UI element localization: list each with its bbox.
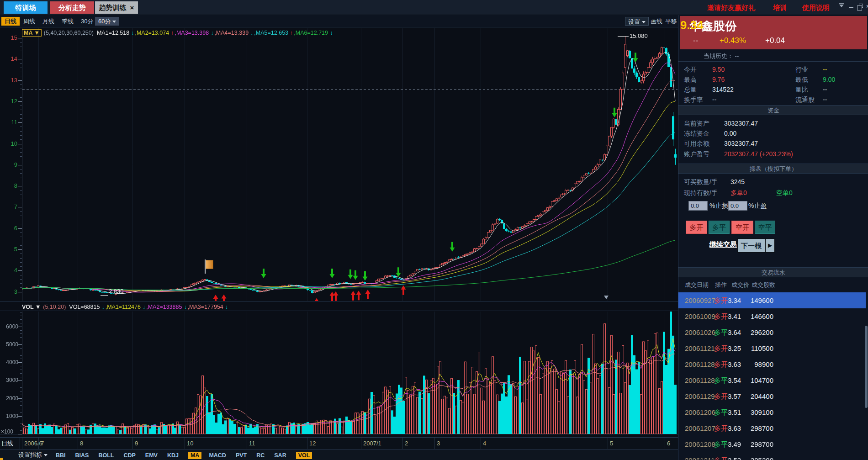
next-bar-arrow-button[interactable]: ▶ xyxy=(765,238,775,253)
help-link[interactable]: 使用说明 xyxy=(802,4,830,12)
price-axis-label: 10 xyxy=(2,140,17,147)
quote-grid: 今开9.50最高9.76总量314522换手率--行业--最低9.00量比--流… xyxy=(678,61,868,105)
take-profit-input[interactable] xyxy=(728,201,747,211)
month-axis-label: 2 xyxy=(402,438,408,449)
flow-date: 20061211 xyxy=(685,452,715,460)
next-bar-button[interactable]: 下一根 xyxy=(737,238,765,253)
table-row[interactable]: 20061208多平3.49298700 xyxy=(678,436,866,452)
stop-loss-input[interactable] xyxy=(688,201,708,211)
table-row[interactable]: 20061009多开3.41146600 xyxy=(678,308,866,324)
low-price-annotation: 2.830 xyxy=(109,288,124,295)
indicator-settings-button[interactable]: 设置指标 xyxy=(18,451,48,459)
table-row[interactable]: 20061206多平3.51309100 xyxy=(678,404,866,420)
indicator-item-pvt[interactable]: PVT xyxy=(236,452,247,459)
chevron-down-icon xyxy=(44,454,48,456)
flow-shares: 298700 xyxy=(746,420,773,436)
flow-price: 3.25 xyxy=(728,340,741,356)
close-long-button[interactable]: 多平 xyxy=(709,221,730,234)
month-axis-label: 11 xyxy=(247,438,255,449)
menu-dropdown-arrow-icon[interactable] xyxy=(839,5,844,7)
date-axis[interactable]: 日线 2006/67891011122007/123456 xyxy=(0,437,678,449)
flow-operation: 多平 xyxy=(714,404,728,420)
quote-label: 总量 xyxy=(684,85,697,95)
month-axis-label: 12 xyxy=(307,438,316,449)
table-row[interactable]: 20061207多开3.63298700 xyxy=(678,420,866,436)
indicator-name-box[interactable]: MA ▼ xyxy=(22,29,42,37)
indicator-item-bbi[interactable]: BBI xyxy=(56,452,66,459)
open-long-button[interactable]: 多开 xyxy=(686,221,707,234)
flow-shares: 146600 xyxy=(746,308,773,324)
minimize-icon[interactable] xyxy=(849,7,853,8)
indicator-item-bias[interactable]: BIAS xyxy=(75,452,89,459)
indicator-item-kdj[interactable]: KDJ xyxy=(167,452,179,459)
table-row[interactable]: 20060927多开3.34149600 xyxy=(678,292,866,308)
trend-up-icon: ↑ xyxy=(171,30,174,36)
close-window-icon[interactable]: × xyxy=(866,3,868,10)
quote-label: 行业 xyxy=(795,64,808,74)
quote-value: -- xyxy=(823,64,827,74)
open-short-button[interactable]: 空开 xyxy=(731,221,753,234)
training-link[interactable]: 培训 xyxy=(773,4,787,12)
corner-accent xyxy=(0,458,3,460)
flow-price: 3.34 xyxy=(728,292,741,308)
flow-operation: 多平 xyxy=(714,324,728,340)
indicator-item-emv[interactable]: EMV xyxy=(145,452,158,459)
flow-date: 20061128 xyxy=(685,356,715,372)
vol-indicator-legend[interactable]: VOL ▼(5,10,20)VOL=68815↓,MA1=112476↓,MA2… xyxy=(22,303,229,311)
flow-operation: 多平 xyxy=(714,436,728,452)
funds-value: 3032307.47 xyxy=(724,118,758,128)
restore-window-icon[interactable] xyxy=(859,4,863,8)
funds-value: 0.00 xyxy=(724,128,736,138)
indicator-item-macd[interactable]: MACD xyxy=(209,452,226,459)
quote-value: 9.76 xyxy=(712,74,725,85)
month-axis-label: 4 xyxy=(481,438,486,449)
indicator-item-sar[interactable]: SAR xyxy=(274,452,286,459)
quote-value: -- xyxy=(712,95,716,105)
indicator-item-vol[interactable]: VOL xyxy=(296,452,312,459)
flow-header-shares: 成交股数 xyxy=(752,280,775,290)
quote-label: 最高 xyxy=(684,74,697,85)
indicator-item-cdp[interactable]: CDP xyxy=(123,452,135,459)
indicator-name-box[interactable]: VOL ▼ xyxy=(22,304,41,310)
flow-price: 3.57 xyxy=(728,388,741,404)
flow-price: 3.63 xyxy=(728,356,741,372)
invite-friends-link[interactable]: 邀请好友赢好礼 xyxy=(707,4,755,12)
table-row[interactable]: 20061128多平3.54104700 xyxy=(678,372,866,388)
flow-date: 20061121 xyxy=(685,340,715,356)
price-axis-label: 11 xyxy=(2,119,17,126)
flow-date: 20060927 xyxy=(685,292,715,308)
table-row[interactable]: 20061129多开3.57204400 xyxy=(678,388,866,404)
history-row: 当期历史： -- xyxy=(678,51,868,61)
volume-axis-label: 2000 xyxy=(0,395,18,402)
indicator-item-rc[interactable]: RC xyxy=(256,452,265,459)
flow-price: 3.41 xyxy=(728,308,741,324)
indicator-item-ma[interactable]: MA xyxy=(188,452,201,459)
price-volume-chart[interactable] xyxy=(0,0,678,460)
legend-ma-value: ,MA5=12.653 xyxy=(254,30,288,36)
volume-axis-unit: ×100 xyxy=(1,428,15,435)
table-scrollbar[interactable] xyxy=(865,326,868,408)
legend-ma-value: ,MA3=13.398 xyxy=(175,30,209,36)
legend-ma-value: VOL=68815 xyxy=(69,304,100,310)
flow-price: 3.49 xyxy=(728,436,741,452)
trend-down-icon: ↓ xyxy=(211,30,213,36)
quote-label: 换手率 xyxy=(684,95,703,105)
table-row[interactable]: 20061026多平3.64296200 xyxy=(678,324,866,340)
buyable-value: 3245 xyxy=(730,177,745,187)
table-row[interactable]: 20061128多开3.6398900 xyxy=(678,356,866,372)
price-axis-label: 15 xyxy=(2,34,17,41)
continue-trading-link[interactable]: 继续交易 xyxy=(709,240,737,249)
price-axis-label: 14 xyxy=(2,55,17,62)
month-axis-label: 7 xyxy=(38,438,44,449)
month-axis-label: 2007/1 xyxy=(361,438,381,449)
funds-value: 2032307.47 (+203.23%) xyxy=(724,149,793,159)
indicator-item-boll[interactable]: BOLL xyxy=(98,452,114,459)
table-row[interactable]: 20061121多开3.25110500 xyxy=(678,340,866,356)
menu-dropdown-icon[interactable] xyxy=(839,3,844,4)
indicator-toolbar: 设置指标 BBIBIASBOLLCDPEMVKDJMAMACDPVTRCSARV… xyxy=(0,450,678,460)
table-row[interactable]: 20061211多开3.52305300 xyxy=(678,452,866,460)
ma-legend[interactable]: MA ▼(5,40,20,30,60,250)MA1=12.518↓,MA2=1… xyxy=(22,29,333,37)
close-short-button[interactable]: 空平 xyxy=(755,221,775,234)
stock-change-percent: +0.43% xyxy=(720,36,761,45)
trade-flow-section-header: 交易流水 xyxy=(678,267,868,277)
